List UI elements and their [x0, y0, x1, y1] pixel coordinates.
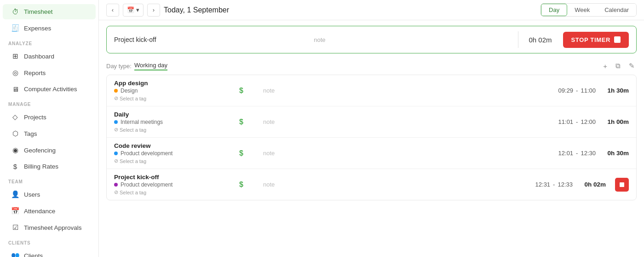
sidebar-item-users[interactable]: 👤 Users: [3, 187, 96, 202]
timer-note[interactable]: note: [314, 36, 508, 43]
select-tag[interactable]: ⊘ Select a tag: [114, 127, 234, 133]
entry-info-3: Code review Product development ⊘ Select…: [114, 142, 234, 164]
select-tag[interactable]: ⊘ Select a tag: [114, 189, 234, 195]
prev-button[interactable]: ‹: [106, 4, 119, 17]
edit-button[interactable]: ✎: [627, 61, 637, 71]
day-type-actions: + ⧉ ✎: [601, 61, 637, 71]
sidebar: ⏱ Timesheet 🧾 Expenses ANALYZE ⊞ Dashboa…: [0, 0, 99, 257]
entry-time: 12:31 - 12:33: [508, 181, 573, 188]
tab-day[interactable]: Day: [541, 4, 567, 16]
sidebar-item-attendance[interactable]: 📅 Attendance: [3, 203, 96, 219]
entry-start[interactable]: 09:29: [558, 87, 574, 94]
sidebar-section-manage: MANAGE: [0, 97, 98, 109]
entry-sub: Design: [114, 88, 234, 94]
entry-duration: 0h 30m: [601, 150, 629, 157]
time-separator: -: [553, 181, 555, 188]
sidebar-item-geofencing[interactable]: ◉ Geofencing: [3, 142, 96, 158]
sidebar-item-label: Timesheet Approvals: [24, 224, 82, 231]
sidebar-item-clients[interactable]: 👥 Clients: [3, 248, 96, 257]
entry-start[interactable]: 11:01: [558, 118, 574, 125]
day-type-bar: Day type: Working day + ⧉ ✎: [99, 57, 644, 73]
entry-end[interactable]: 11:00: [581, 87, 596, 94]
table-row: Project kick-off Product development ⊘ S…: [107, 169, 636, 200]
timer-duration: 0h 02m: [529, 36, 552, 44]
entry-stop-button[interactable]: [615, 178, 629, 192]
sidebar-section-clients: CLIENTS: [0, 236, 98, 247]
entry-project: Internal meetings: [121, 119, 163, 125]
calendar-icon: 📅: [127, 6, 134, 13]
tag-icon: ⊘: [114, 189, 118, 195]
calendar-picker-button[interactable]: 📅 ▾: [123, 4, 144, 17]
table-row: Code review Product development ⊘ Select…: [107, 138, 636, 169]
sidebar-item-label: Timesheet: [24, 8, 53, 15]
entry-note[interactable]: note: [263, 150, 526, 157]
entry-name: App design: [114, 80, 234, 87]
tags-icon: ⬡: [11, 129, 19, 138]
tab-calendar[interactable]: Calendar: [597, 4, 636, 16]
timer-project-name: Project kick-off: [114, 36, 308, 43]
table-row: App design Design ⊘ Select a tag $ note …: [107, 75, 636, 106]
view-tabs: Day Week Calendar: [540, 3, 637, 17]
billable-icon[interactable]: $: [239, 87, 258, 95]
entry-time: 09:29 - 11:00: [531, 87, 596, 94]
sidebar-item-expenses[interactable]: 🧾 Expenses: [3, 20, 96, 36]
stop-timer-button[interactable]: STOP TIMER: [563, 32, 629, 48]
tag-icon: ⊘: [114, 127, 118, 133]
entry-duration: 1h 00m: [601, 118, 629, 125]
copy-button[interactable]: ⧉: [614, 61, 622, 71]
select-tag[interactable]: ⊘ Select a tag: [114, 158, 234, 164]
entry-end[interactable]: 12:00: [581, 118, 596, 125]
entry-sub: Internal meetings: [114, 119, 234, 125]
sidebar-item-dashboard[interactable]: ⊞ Dashboard: [3, 48, 96, 64]
tab-week[interactable]: Week: [567, 4, 597, 16]
next-button[interactable]: ›: [147, 4, 160, 17]
project-dot: [114, 183, 118, 187]
sidebar-item-label: Tags: [24, 130, 37, 137]
sidebar-item-projects[interactable]: ◇ Projects: [3, 109, 96, 125]
add-entry-button[interactable]: +: [601, 61, 609, 71]
sidebar-item-label: Dashboard: [24, 53, 54, 60]
reports-icon: ◎: [11, 69, 19, 77]
day-type-value[interactable]: Working day: [134, 62, 167, 70]
billable-icon[interactable]: $: [239, 149, 258, 158]
sidebar-item-tags[interactable]: ⬡ Tags: [3, 126, 96, 141]
billable-icon[interactable]: $: [239, 181, 258, 189]
sidebar-item-label: Reports: [24, 70, 46, 76]
day-type-label: Day type:: [106, 63, 132, 70]
sidebar-item-reports[interactable]: ◎ Reports: [3, 65, 96, 81]
sidebar-section-team: TEAM: [0, 175, 98, 186]
entry-sub: Product development: [114, 181, 234, 188]
sidebar-item-billing-rates[interactable]: $ Billing Rates: [3, 159, 96, 174]
billable-icon[interactable]: $: [239, 118, 258, 126]
date-title: Today, 1 September: [164, 6, 537, 14]
sidebar-item-computer-activities[interactable]: 🖥 Computer Activities: [3, 82, 96, 97]
project-dot: [114, 152, 118, 155]
entries-container: App design Design ⊘ Select a tag $ note …: [106, 75, 637, 200]
projects-icon: ◇: [11, 113, 19, 121]
sidebar-item-label: Projects: [24, 114, 46, 121]
project-dot: [114, 120, 118, 124]
select-tag[interactable]: ⊘ Select a tag: [114, 95, 234, 101]
sidebar-item-label: Users: [24, 191, 40, 198]
entry-duration: 1h 30m: [601, 87, 629, 94]
time-separator: -: [576, 150, 578, 157]
tag-label: Select a tag: [120, 190, 146, 195]
entry-start[interactable]: 12:31: [535, 181, 551, 188]
sidebar-item-label: Clients: [24, 252, 43, 257]
entry-note[interactable]: note: [263, 118, 526, 125]
sidebar-item-label: Attendance: [24, 208, 55, 215]
sidebar-item-timesheet-approvals[interactable]: ☑ Timesheet Approvals: [3, 220, 96, 235]
tag-icon: ⊘: [114, 158, 118, 164]
sidebar-item-timesheet[interactable]: ⏱ Timesheet: [3, 4, 96, 19]
entry-end[interactable]: 12:33: [558, 181, 573, 188]
time-separator: -: [576, 87, 578, 94]
timer-banner: Project kick-off note 0h 02m STOP TIMER: [106, 26, 637, 53]
entry-info-4: Project kick-off Product development ⊘ S…: [114, 174, 234, 195]
sidebar-item-label: Expenses: [24, 25, 51, 32]
entry-note[interactable]: note: [263, 181, 503, 188]
timer-divider: [518, 31, 518, 48]
expenses-icon: 🧾: [11, 24, 19, 32]
entry-note[interactable]: note: [263, 87, 526, 94]
entry-end[interactable]: 12:30: [581, 150, 596, 157]
entry-start[interactable]: 12:01: [558, 150, 574, 157]
